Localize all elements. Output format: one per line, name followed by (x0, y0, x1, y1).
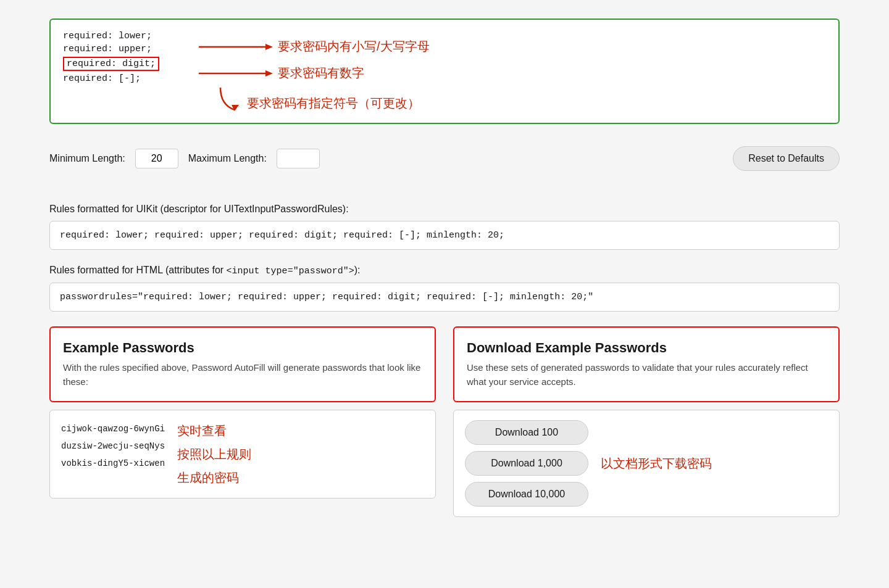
svg-marker-1 (265, 44, 273, 50)
reset-defaults-button[interactable]: Reset to Defaults (733, 146, 840, 171)
uikit-rules-output: required: lower; required: upper; requir… (49, 221, 840, 250)
annotation-line2: required: upper; (63, 44, 152, 54)
example-passwords-area: cijwok-qawzog-6wynGi duzsiw-2wecju-seqNy… (49, 410, 436, 499)
arrow1-icon (199, 41, 273, 52)
arrow2-label: 要求密码有数字 (278, 65, 364, 81)
svg-marker-4 (232, 105, 239, 111)
annotation-line3: required: digit; (63, 57, 159, 71)
arrow3-label: 要求密码有指定符号（可更改） (247, 95, 420, 112)
download-10000-button[interactable]: Download 10,000 (465, 482, 588, 507)
max-length-label: Maximum Length: (188, 153, 267, 164)
password-list: cijwok-qawzog-6wynGi duzsiw-2wecju-seqNy… (61, 420, 165, 472)
download-100-button[interactable]: Download 100 (465, 420, 588, 445)
min-length-label: Minimum Length: (49, 153, 125, 164)
arrow3-icon (217, 86, 242, 111)
download-passwords-desc: Use these sets of generated passwords to… (467, 361, 826, 389)
min-length-input[interactable] (135, 149, 178, 168)
html-rules-description: Rules formatted for HTML (attributes for… (49, 265, 840, 276)
download-1000-button[interactable]: Download 1,000 (465, 451, 588, 476)
download-area: Download 100 Download 1,000 Download 10,… (453, 410, 840, 517)
example-passwords-title: Example Passwords (63, 340, 422, 356)
bottom-grid: Example Passwords With the rules specifi… (49, 326, 840, 517)
max-length-input[interactable] (277, 149, 320, 168)
uikit-rules-description: Rules formatted for UIKit (descriptor fo… (49, 204, 840, 215)
length-row: Minimum Length: Maximum Length: Reset to… (49, 141, 840, 176)
example-chinese-labels: 实时查看 按照以上规则 生成的密码 (177, 420, 251, 488)
password-3: vobkis-dingY5-xicwen (61, 455, 165, 472)
html-rules-output: passwordrules="required: lower; required… (49, 283, 840, 312)
download-buttons: Download 100 Download 1,000 Download 10,… (465, 420, 588, 507)
annotation-box: required: lower; required: upper; requir… (49, 19, 840, 124)
download-passwords-header: Download Example Passwords Use these set… (453, 326, 840, 402)
svg-marker-3 (265, 70, 273, 77)
annotation-line1: required: lower; (63, 31, 152, 41)
arrow1-label: 要求密码内有小写/大写字母 (278, 38, 430, 55)
chinese-line-2: 按照以上规则 (177, 444, 251, 465)
uikit-rules-section: Rules formatted for UIKit (descriptor fo… (49, 204, 840, 250)
chinese-line-1: 实时查看 (177, 420, 251, 441)
download-passwords-panel: Download Example Passwords Use these set… (453, 326, 840, 517)
download-passwords-title: Download Example Passwords (467, 340, 826, 356)
example-passwords-panel: Example Passwords With the rules specifi… (49, 326, 436, 517)
example-passwords-desc: With the rules specified above, Password… (63, 361, 422, 389)
html-rules-section: Rules formatted for HTML (attributes for… (49, 265, 840, 312)
example-passwords-header: Example Passwords With the rules specifi… (49, 326, 436, 402)
chinese-line-3: 生成的密码 (177, 467, 251, 488)
download-chinese-label: 以文档形式下载密码 (601, 455, 712, 472)
arrow2-icon (199, 68, 273, 79)
annotation-line4: required: [-]; (63, 73, 141, 84)
password-2: duzsiw-2wecju-seqNys (61, 437, 165, 455)
password-1: cijwok-qawzog-6wynGi (61, 420, 165, 437)
